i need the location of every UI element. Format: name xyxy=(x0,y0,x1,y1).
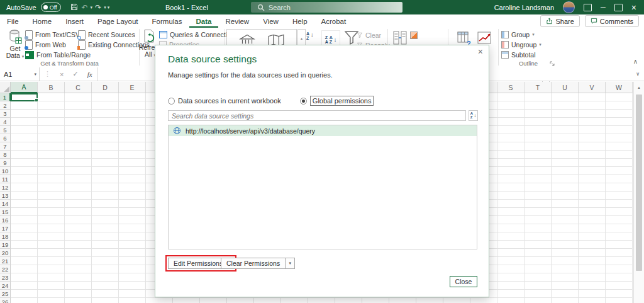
tab-home[interactable]: Home xyxy=(26,14,59,28)
row-header-20[interactable]: 20 xyxy=(0,249,11,257)
expand-formula-bar-icon[interactable]: ∨ xyxy=(631,71,644,77)
list-sort-button[interactable]: AZ ↓ xyxy=(469,110,478,121)
autosave-toggle[interactable]: Off xyxy=(41,3,61,12)
minimize-icon[interactable]: ─ xyxy=(601,4,606,11)
insert-function-button[interactable]: fx xyxy=(83,71,97,78)
cancel-entry-icon[interactable]: × xyxy=(55,71,68,78)
column-header-t[interactable]: T xyxy=(525,82,552,93)
row-header-5[interactable]: 5 xyxy=(0,126,11,134)
row-header-26[interactable]: 26 xyxy=(0,298,11,303)
from-web-button[interactable]: From Web xyxy=(25,40,66,49)
row-header-24[interactable]: 24 xyxy=(0,282,11,290)
data-source-item[interactable]: http://localhost/server/api/v3/database/… xyxy=(169,125,477,136)
data-sources-list[interactable]: http://localhost/server/api/v3/database/… xyxy=(168,125,477,249)
recent-sources-button[interactable]: Recent Sources xyxy=(78,30,135,39)
customize-qat-icon[interactable]: ▾ xyxy=(108,5,110,10)
row-header-10[interactable]: 10 xyxy=(0,167,11,175)
column-header-c[interactable]: C xyxy=(65,82,92,93)
row-header-16[interactable]: 16 xyxy=(0,216,11,224)
redo-icon[interactable]: ↷ xyxy=(94,4,103,11)
formula-bar-grip-icon[interactable]: ⋮ xyxy=(40,70,55,78)
search-box[interactable]: Search xyxy=(251,2,402,13)
radio-global-permissions[interactable] xyxy=(300,98,307,105)
from-text-csv-button[interactable]: From Text/CSV xyxy=(25,30,80,39)
column-header-a[interactable]: A xyxy=(11,82,38,93)
row-header-22[interactable]: 22 xyxy=(0,265,11,273)
clear-permissions-dropdown-icon[interactable]: ▾ xyxy=(286,258,295,269)
clear-filter-button[interactable]: Clear xyxy=(357,31,381,40)
row-header-7[interactable]: 7 xyxy=(0,142,11,151)
share-button[interactable]: Share xyxy=(540,15,579,27)
row-header-13[interactable]: 13 xyxy=(0,192,11,200)
column-header-w[interactable]: W xyxy=(606,82,633,93)
group-button[interactable]: Group ▾ xyxy=(501,30,535,39)
column-header-v[interactable]: V xyxy=(579,82,606,93)
column-header-d[interactable]: D xyxy=(92,82,119,93)
dialog-search-input[interactable] xyxy=(168,110,466,121)
row-header-8[interactable]: 8 xyxy=(0,151,11,159)
column-header-s[interactable]: S xyxy=(497,82,525,93)
radio-current-workbook[interactable] xyxy=(168,98,175,105)
dialog-close-icon[interactable]: × xyxy=(478,47,483,56)
collapse-ribbon-icon[interactable]: ∧ xyxy=(633,58,638,65)
vertical-scrollbar[interactable]: ▲ xyxy=(633,82,644,303)
comments-button[interactable]: Comments xyxy=(585,15,639,27)
gallery-scroll-up-icon[interactable]: ▴ xyxy=(298,30,305,47)
user-name[interactable]: Caroline Landsman xyxy=(494,4,554,11)
row-header-9[interactable]: 9 xyxy=(0,159,11,167)
clear-permissions-button[interactable]: Clear Permissions xyxy=(221,258,286,269)
database-icon xyxy=(8,29,23,45)
tab-insert[interactable]: Insert xyxy=(58,14,91,28)
row-header-6[interactable]: 6 xyxy=(0,134,11,142)
tab-file[interactable]: File xyxy=(0,14,26,28)
avatar[interactable] xyxy=(563,1,575,13)
from-table-range-button[interactable]: From Table/Range xyxy=(25,50,91,59)
tab-data[interactable]: Data xyxy=(189,14,219,28)
column-header-u[interactable]: U xyxy=(552,82,579,93)
tab-acrobat[interactable]: Acrobat xyxy=(314,14,353,28)
selected-cell-a1[interactable] xyxy=(11,93,38,101)
undo-icon[interactable]: ↶ xyxy=(80,4,89,11)
row-header-18[interactable]: 18 xyxy=(0,232,11,241)
column-header-b[interactable]: B xyxy=(38,82,65,93)
row-header-25[interactable]: 25 xyxy=(0,290,11,298)
row-header-15[interactable]: 15 xyxy=(0,208,11,216)
confirm-entry-icon[interactable]: ✓ xyxy=(68,70,82,78)
row-header-12[interactable]: 12 xyxy=(0,183,11,192)
tab-review[interactable]: Review xyxy=(218,14,256,28)
row-header-2[interactable]: 2 xyxy=(0,101,11,110)
row-header-17[interactable]: 17 xyxy=(0,224,11,232)
ungroup-button[interactable]: Ungroup ▾ xyxy=(501,40,541,49)
tab-view[interactable]: View xyxy=(256,14,286,28)
name-box[interactable]: A1 ▾ xyxy=(0,67,40,81)
select-all-corner[interactable] xyxy=(0,82,11,93)
flash-fill-icon[interactable] xyxy=(410,31,418,39)
subtotal-button[interactable]: Subtotal xyxy=(501,50,536,59)
scroll-up-icon[interactable]: ▲ xyxy=(634,82,644,93)
save-icon[interactable] xyxy=(69,3,79,12)
sort-ascending-button[interactable]: AZ ↓ xyxy=(306,31,314,40)
row-header-23[interactable]: 23 xyxy=(0,273,11,282)
row-header-11[interactable]: 11 xyxy=(0,175,11,183)
restore-icon[interactable] xyxy=(614,4,623,11)
ribbon-display-options-icon[interactable] xyxy=(584,4,592,11)
row-header-4[interactable]: 4 xyxy=(0,118,11,126)
outline-dialog-launcher-icon[interactable] xyxy=(550,60,555,67)
row-header-3[interactable]: 3 xyxy=(0,110,11,118)
redo-dropdown-icon[interactable]: ▾ xyxy=(104,5,106,10)
tab-help[interactable]: Help xyxy=(286,14,314,28)
scrollbar-thumb[interactable] xyxy=(636,94,642,271)
name-box-dropdown-icon[interactable]: ▾ xyxy=(34,72,36,77)
table-icon xyxy=(25,51,34,59)
close-window-icon[interactable]: × xyxy=(631,3,636,12)
get-data-button[interactable]: Get Data ▾ xyxy=(3,29,28,60)
dialog-close-button[interactable]: Close xyxy=(450,276,477,287)
tab-formulas[interactable]: Formulas xyxy=(145,14,189,28)
row-header-19[interactable]: 19 xyxy=(0,241,11,249)
row-header-1[interactable]: 1 xyxy=(0,93,11,101)
tab-page-layout[interactable]: Page Layout xyxy=(91,14,145,28)
undo-dropdown-icon[interactable]: ▾ xyxy=(91,5,93,10)
column-header-e[interactable]: E xyxy=(119,82,146,93)
row-header-21[interactable]: 21 xyxy=(0,257,11,265)
row-header-14[interactable]: 14 xyxy=(0,200,11,208)
